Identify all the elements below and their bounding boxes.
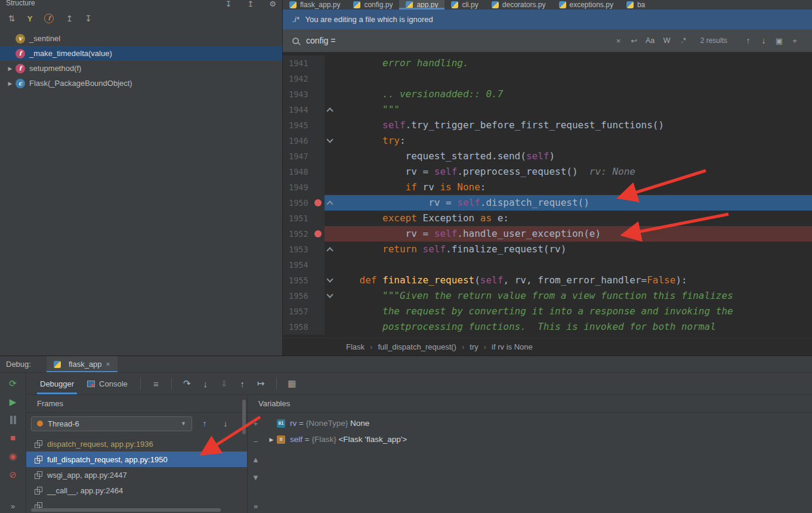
code-line[interactable]: 1945 self.try_trigger_before_first_reque…: [283, 118, 812, 133]
breakpoint-gutter[interactable]: [311, 118, 325, 133]
breakpoint-gutter[interactable]: [311, 55, 325, 71]
close-session-icon[interactable]: ×: [106, 360, 110, 369]
code-line[interactable]: 1946 try:: [283, 133, 812, 149]
show-functions-icon[interactable]: f: [44, 14, 54, 23]
breakpoint-gutter[interactable]: [311, 195, 325, 211]
editor-tab[interactable]: flask_app.py: [283, 0, 347, 10]
frame-row[interactable]: dispatch_request, app.py:1936: [26, 436, 247, 452]
code-line[interactable]: 1942: [283, 71, 812, 86]
code-line[interactable]: 1944 """: [283, 102, 812, 118]
add-watch-icon[interactable]: +: [254, 420, 258, 428]
breakpoint-gutter[interactable]: [311, 211, 325, 226]
breakpoint-gutter[interactable]: [311, 242, 325, 257]
open-in-find-window-icon[interactable]: ▣: [771, 36, 787, 45]
breakpoint-gutter[interactable]: [311, 304, 325, 319]
clear-search-icon[interactable]: ×: [611, 36, 626, 45]
editor-tab[interactable]: decorators.py: [485, 0, 552, 10]
settings-gear-icon[interactable]: ⚙: [269, 0, 276, 8]
thread-selector[interactable]: Thread-6 ▼: [31, 416, 192, 431]
filter-fields-icon[interactable]: Y: [27, 14, 33, 23]
breakpoint-gutter[interactable]: [311, 86, 325, 102]
editor-tab[interactable]: app.py: [399, 0, 444, 10]
variable-row[interactable]: 01rv = {NoneType} None: [264, 415, 812, 431]
breadcrumb-item[interactable]: Flask: [346, 342, 365, 351]
breakpoint-gutter[interactable]: [311, 164, 325, 180]
view-breakpoints-icon[interactable]: ◉: [9, 452, 17, 461]
breakpoint-gutter[interactable]: [311, 149, 325, 164]
fold-gutter[interactable]: [325, 133, 335, 149]
next-occurrence-icon[interactable]: ↓: [756, 36, 771, 45]
sort-icon[interactable]: ⇅: [8, 14, 16, 23]
code-line[interactable]: 1941 error handling.: [283, 55, 812, 71]
code-line[interactable]: 1955 def finalize_request(self, rv, from…: [283, 273, 812, 288]
code-line[interactable]: 1954: [283, 257, 812, 273]
more-watches-chevrons-icon[interactable]: »: [248, 502, 264, 511]
search-history-icon[interactable]: ↩: [626, 36, 642, 45]
search-query[interactable]: config =: [306, 36, 335, 45]
pause-icon[interactable]: [10, 416, 17, 424]
variable-row[interactable]: ▶≡self = {Flask} <Flask 'flask_app'>: [264, 431, 812, 447]
frame-row[interactable]: wsgi_app, app.py:2447: [26, 467, 247, 483]
debug-session-tab[interactable]: flask_app ×: [47, 356, 118, 372]
run-to-cursor-icon[interactable]: ↦: [252, 378, 270, 389]
code-line[interactable]: 1951 except Exception as e:: [283, 211, 812, 226]
expand-arrow-icon[interactable]: ▶: [5, 66, 16, 72]
expand-arrow-icon[interactable]: ▶: [266, 437, 277, 443]
frame-row[interactable]: full_dispatch_request, app.py:1950: [26, 452, 247, 467]
dock-down-icon[interactable]: ↧: [226, 0, 232, 8]
breadcrumb-item[interactable]: full_dispatch_request(): [378, 342, 456, 351]
rerun-icon[interactable]: ⟳: [9, 379, 17, 388]
previous-frame-icon[interactable]: ↑: [196, 419, 213, 428]
code-line[interactable]: 1952 rv = self.handle_user_exception(e): [283, 226, 812, 242]
regex-toggle[interactable]: .*: [675, 36, 692, 45]
code-line[interactable]: 1948 rv = self.preprocess_request() rv: …: [283, 164, 812, 180]
expand-all-icon[interactable]: ↥: [66, 14, 73, 23]
breakpoint-dot[interactable]: [314, 199, 322, 206]
fold-gutter[interactable]: [325, 242, 335, 257]
breakpoint-gutter[interactable]: [311, 71, 325, 86]
tab-debugger[interactable]: Debugger: [33, 373, 81, 394]
step-out-icon[interactable]: ↑: [233, 379, 252, 389]
evaluate-expression-icon[interactable]: ▦: [283, 378, 301, 389]
mute-breakpoints-icon[interactable]: ⊘: [9, 470, 17, 480]
code-line[interactable]: 1949 if rv is None:: [283, 180, 812, 195]
editor-tab[interactable]: config.py: [347, 0, 399, 10]
code-line[interactable]: 1958 postprocessing functions. This is i…: [283, 319, 812, 335]
code-line[interactable]: 1956 """Given the return value from a vi…: [283, 288, 812, 304]
editor-tab[interactable]: exceptions.py: [552, 0, 620, 10]
fold-gutter[interactable]: [325, 195, 335, 211]
step-into-icon[interactable]: ↓: [196, 379, 215, 389]
fold-gutter[interactable]: [325, 288, 335, 304]
breakpoint-gutter[interactable]: [311, 133, 325, 149]
frames-vertical-scrollbar[interactable]: [242, 400, 246, 434]
breakpoint-gutter[interactable]: [311, 319, 325, 335]
breadcrumb-item[interactable]: if rv is None: [492, 342, 533, 351]
whole-words-toggle[interactable]: W: [659, 36, 675, 45]
code-line[interactable]: 1947 request_started.send(self): [283, 149, 812, 164]
breakpoint-gutter[interactable]: [311, 273, 325, 288]
breakpoint-gutter[interactable]: [311, 288, 325, 304]
fold-gutter[interactable]: [325, 273, 335, 288]
move-watch-up-icon[interactable]: ▲: [252, 456, 260, 463]
breadcrumb-item[interactable]: try: [470, 342, 478, 351]
frames-horizontal-scrollbar[interactable]: [31, 508, 221, 512]
breakpoint-gutter[interactable]: [311, 102, 325, 118]
code-line[interactable]: 1950 rv = self.dispatch_request(): [283, 195, 812, 211]
next-frame-icon[interactable]: ↓: [217, 419, 234, 428]
step-over-icon[interactable]: ↷: [178, 378, 196, 389]
remove-watch-icon[interactable]: −: [254, 438, 258, 446]
structure-item[interactable]: v_sentinel: [0, 31, 282, 46]
structure-item[interactable]: ▶fsetupmethod(f): [0, 61, 282, 76]
tab-console[interactable]: Console: [81, 373, 134, 394]
resume-icon[interactable]: ▶: [10, 397, 17, 407]
force-step-into-icon[interactable]: ⇓: [215, 378, 233, 389]
more-actions-chevrons-icon[interactable]: »: [0, 502, 26, 511]
structure-item[interactable]: f_make_timedelta(value): [0, 46, 282, 61]
editor-tab[interactable]: cli.py: [444, 0, 484, 10]
dock-up-icon[interactable]: ↥: [247, 0, 254, 8]
code-line[interactable]: 1953 return self.finalize_request(rv): [283, 242, 812, 257]
frame-row[interactable]: __call__, app.py:2464: [26, 483, 247, 498]
move-watch-down-icon[interactable]: ▼: [252, 474, 260, 481]
add-occurrence-icon[interactable]: +: [787, 36, 802, 45]
stop-icon[interactable]: ■: [10, 433, 16, 443]
